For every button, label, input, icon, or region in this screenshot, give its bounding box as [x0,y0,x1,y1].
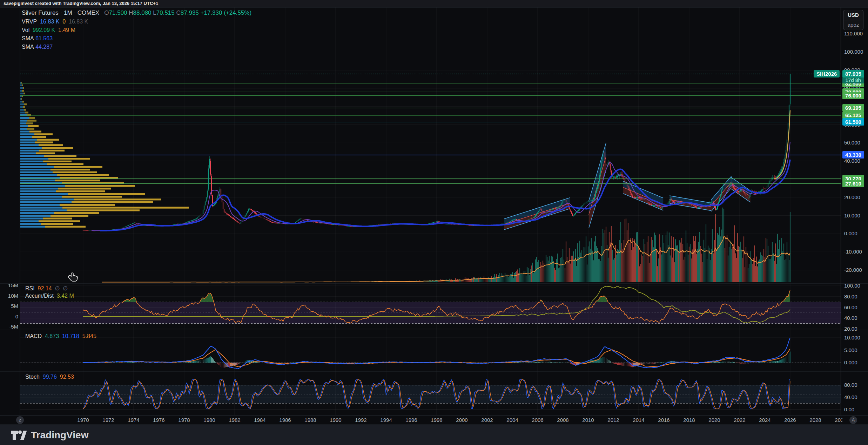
macd-legend[interactable]: MACD 4.873 10.718 5.845 [25,333,96,339]
tradingview-brand-text[interactable]: TradingView [31,430,88,441]
tradingview-window: savepiginvest created with TradingView.c… [0,0,868,445]
open-value: 71.500 [109,9,127,16]
grid-lines [20,7,841,415]
auto-scale-button[interactable]: A [849,416,857,424]
symbol-name[interactable]: Silver Futures [22,9,59,16]
low-value: 70.515 [156,9,175,16]
chart-svg [0,0,868,445]
stoch-legend[interactable]: Stoch 99.76 92.53 [25,374,74,380]
main-legend: Silver Futures · 1M · COMEX O71.500 H88.… [22,9,251,52]
rsi-legend[interactable]: RSI 92.14 ∅ ∅ [25,285,68,292]
currency-unit-selector[interactable]: USD apoz [843,10,863,30]
timezone-button[interactable]: z [16,416,24,424]
footer-bar: TradingView [0,425,868,445]
sma2-row[interactable]: SMA 44.287 [22,44,251,50]
volume-row[interactable]: Vol 992.09 K 1.49 M [22,27,251,33]
sma-blue-line [100,160,790,231]
sma1-row[interactable]: SMA 61.563 [22,35,251,42]
rsi-overbought-fill [123,290,790,302]
exchange-label: COMEX [78,9,99,16]
vrvp-row[interactable]: VRVP 16.83 K 0 16.83 K [22,19,251,25]
unit-label[interactable]: apoz [843,20,863,29]
volume-bars [84,208,790,282]
change-value: +17.330 (+24.55%) [201,9,252,16]
symbol-row[interactable]: Silver Futures · 1M · COMEX O71.500 H88.… [22,9,251,16]
interval-label[interactable]: 1M [64,9,72,16]
mouse-cursor [68,273,78,281]
close-value: 87.935 [181,9,199,16]
accum-dist-legend[interactable]: Accum/Dist 3.42 M [25,293,74,299]
high-value: 88.080 [133,9,152,16]
price-level-lines[interactable] [20,74,841,184]
currency-label[interactable]: USD [843,10,863,20]
tradingview-logo-icon[interactable] [11,430,28,441]
